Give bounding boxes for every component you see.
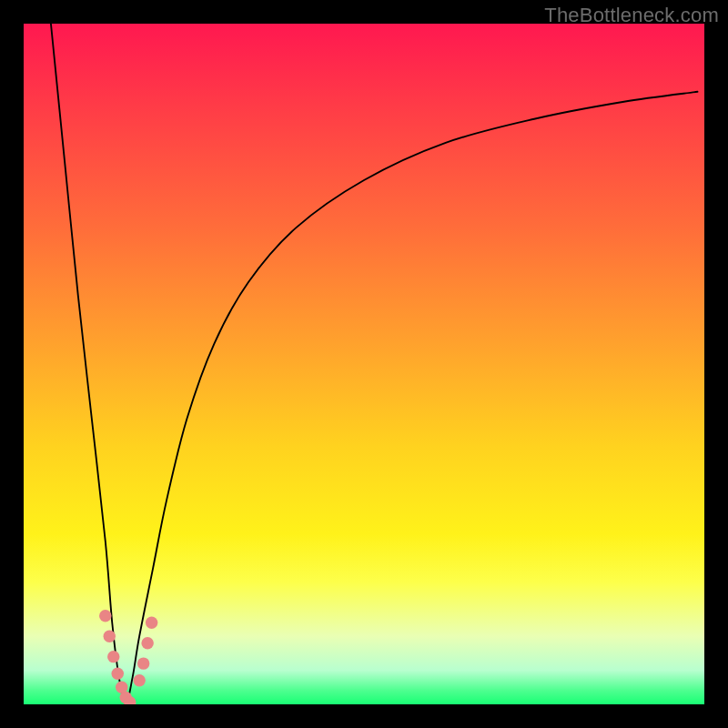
- dip-marker: [141, 637, 153, 649]
- dip-marker: [133, 674, 145, 686]
- dip-marker: [104, 630, 116, 642]
- dip-marker: [107, 651, 119, 662]
- dip-marker-group: [99, 610, 157, 704]
- dip-marker: [99, 610, 111, 622]
- watermark-text: TheBottleneck.com: [544, 4, 719, 27]
- bottleneck-curve-svg: [24, 24, 704, 704]
- bottleneck-curve: [51, 24, 698, 704]
- dip-marker: [111, 668, 123, 680]
- dip-marker: [137, 657, 149, 669]
- dip-marker: [146, 617, 157, 629]
- plot-area: [24, 24, 704, 704]
- chart-frame: TheBottleneck.com: [0, 0, 728, 728]
